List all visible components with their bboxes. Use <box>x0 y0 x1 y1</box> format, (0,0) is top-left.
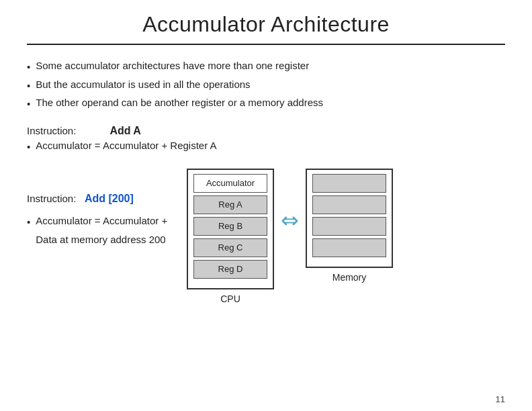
instruction2-bullet-text: Accumulator = Accumulator + Data at memo… <box>36 212 167 250</box>
cpu-reg-c: Reg C <box>193 238 267 257</box>
instruction2-line: Instruction: Add [200] <box>27 189 175 209</box>
cpu-reg-b: Reg B <box>193 217 267 236</box>
page-number: 11 <box>496 394 505 404</box>
memory-label: Memory <box>332 272 367 283</box>
instruction2-code: Add [200] <box>85 193 134 204</box>
arrow-area: ⇔ <box>274 169 306 233</box>
bullet-text-2: But the accumulator is used in all the o… <box>36 76 250 93</box>
instruction1-bullet-text: Accumulator = Accumulator + Register A <box>36 140 216 151</box>
slide-title: Accumulator Architecture <box>27 12 505 37</box>
mem-row-2 <box>312 195 386 214</box>
slide: Accumulator Architecture • Some accumula… <box>0 0 532 411</box>
double-arrow-icon: ⇔ <box>281 208 299 233</box>
bullet-item-2: • But the accumulator is used in all the… <box>27 76 505 95</box>
instruction1-label: Instruction: <box>27 125 76 136</box>
bullet-text-1: Some accumulator architectures have more… <box>36 57 309 75</box>
instruction2-bullet: • Accumulator = Accumulator + Data at me… <box>27 212 175 250</box>
cpu-box: Accumulator Reg A Reg B Reg C Reg D <box>187 169 274 289</box>
bullet-dot-2: • <box>27 77 30 95</box>
mem-row-1 <box>312 174 386 193</box>
instruction1-line: Instruction: Add A <box>27 125 505 137</box>
bullet-list: • Some accumulator architectures have mo… <box>27 57 505 113</box>
cpu-reg-d: Reg D <box>193 260 267 279</box>
bullet-dot-1: • <box>27 58 30 76</box>
instruction1-bullet: • Accumulator = Accumulator + Register A <box>27 140 505 152</box>
bullet-item-1: • Some accumulator architectures have mo… <box>27 57 505 76</box>
mem-row-3 <box>312 217 386 236</box>
bullet-text-3: The other operand can be another registe… <box>36 94 323 111</box>
memory-section: Memory <box>306 169 393 283</box>
cpu-section: Accumulator Reg A Reg B Reg C Reg D CPU <box>187 169 274 304</box>
cpu-label: CPU <box>220 293 240 304</box>
mem-row-4 <box>312 238 386 257</box>
bullet-dot-3: • <box>27 95 30 113</box>
cpu-reg-accumulator: Accumulator <box>193 174 267 193</box>
memory-box <box>306 169 393 268</box>
instruction1-section: Instruction: Add A • Accumulator = Accum… <box>27 125 505 155</box>
instruction2-label: Instruction: <box>27 193 76 204</box>
left-text: Instruction: Add [200] • Accumulator = A… <box>27 169 175 250</box>
instruction1-bullet-dot: • <box>27 141 30 152</box>
bullet-item-3: • The other operand can be another regis… <box>27 94 505 113</box>
cpu-reg-a: Reg A <box>193 195 267 214</box>
title-divider <box>27 44 505 45</box>
instruction1-code: Add A <box>109 125 141 136</box>
instruction2-bullet-dot: • <box>27 213 30 232</box>
diagram-area: Instruction: Add [200] • Accumulator = A… <box>27 169 505 405</box>
